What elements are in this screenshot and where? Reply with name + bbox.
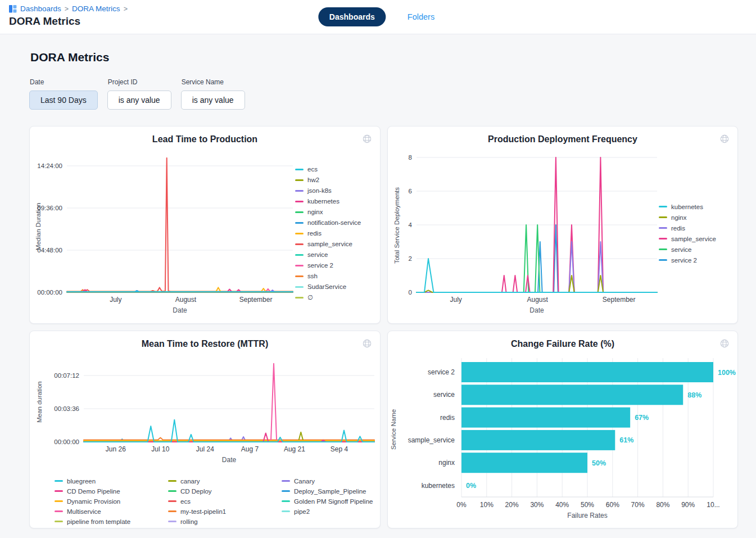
legend-item[interactable]: nginx xyxy=(659,213,737,221)
svg-text:4: 4 xyxy=(409,221,413,228)
legend-label: redis xyxy=(307,230,322,237)
globe-icon xyxy=(362,134,372,144)
legend-item[interactable]: SudarService xyxy=(295,283,380,291)
filter-bar: Date Last 90 Days Project ID is any valu… xyxy=(29,78,738,110)
legend-item[interactable]: rolling xyxy=(168,517,256,526)
legend-label: redis xyxy=(671,225,685,232)
legend-item[interactable]: redis xyxy=(295,229,380,238)
legend-item[interactable]: kubernetes xyxy=(659,202,737,211)
legend-item[interactable]: sample_service xyxy=(659,234,737,243)
legend-item[interactable]: Dynamic Provision xyxy=(55,497,142,505)
tab-folders[interactable]: Folders xyxy=(404,12,438,22)
svg-text:00:00:00: 00:00:00 xyxy=(37,289,62,296)
legend-item[interactable]: CD Demo Pipeline xyxy=(55,487,142,495)
legend-item[interactable]: my-test-pipelin1 xyxy=(168,507,256,516)
svg-text:kubernetes: kubernetes xyxy=(422,482,455,490)
legend-item[interactable]: CD Deploy xyxy=(168,487,256,495)
legend-label: service 2 xyxy=(307,262,333,269)
svg-text:8: 8 xyxy=(409,154,412,161)
dashboard-title: DORA Metrics xyxy=(30,51,738,64)
legend-swatch-icon xyxy=(295,275,304,277)
svg-text:Mean duration: Mean duration xyxy=(36,381,43,423)
svg-text:00:00:00: 00:00:00 xyxy=(54,438,79,445)
svg-text:July: July xyxy=(450,296,461,304)
legend-item[interactable]: ecs xyxy=(295,165,380,174)
legend-label: json-k8s xyxy=(307,187,332,194)
svg-text:61%: 61% xyxy=(619,436,633,444)
card-lead-time-header: Lead Time to Production xyxy=(30,126,380,148)
legend-label: CD Demo Pipeline xyxy=(67,488,120,495)
legend-item[interactable]: service xyxy=(295,251,380,259)
legend-item[interactable]: Multiservice xyxy=(55,507,142,516)
legend-item[interactable]: nginx xyxy=(295,208,380,216)
legend-label: pipeline from template xyxy=(67,518,130,525)
legend-item[interactable]: service xyxy=(659,245,737,254)
legend-item[interactable]: sample_service xyxy=(295,240,380,248)
svg-text:Date: Date xyxy=(173,306,187,314)
legend-item[interactable]: bluegreen xyxy=(55,477,142,485)
legend-swatch-icon xyxy=(55,490,63,492)
legend-swatch-icon xyxy=(55,480,63,482)
legend-label: ∅ xyxy=(307,293,313,301)
svg-text:Aug 7: Aug 7 xyxy=(241,445,259,453)
filter-service-name-label: Service Name xyxy=(182,78,245,86)
svg-text:August: August xyxy=(175,296,197,304)
filter-date-value[interactable]: Last 90 Days xyxy=(29,91,98,110)
svg-text:88%: 88% xyxy=(687,391,701,399)
breadcrumb-dora-metrics-link[interactable]: DORA Metrics xyxy=(72,4,120,13)
legend-item[interactable]: ecs xyxy=(168,497,256,505)
legend-item[interactable]: Golden PM Signoff Pipeline xyxy=(282,497,369,505)
legend-swatch-icon xyxy=(295,254,304,256)
legend-label: sample_service xyxy=(307,241,352,247)
svg-text:Jul 10: Jul 10 xyxy=(151,445,169,453)
svg-text:30%: 30% xyxy=(530,501,544,509)
tab-dashboards[interactable]: Dashboards xyxy=(318,7,386,26)
legend-swatch-icon xyxy=(659,227,667,229)
svg-text:90%: 90% xyxy=(681,501,695,509)
filter-date-label: Date xyxy=(30,78,98,86)
legend-swatch-icon xyxy=(295,222,304,224)
legend-swatch-icon xyxy=(282,480,290,482)
svg-text:July: July xyxy=(110,296,121,304)
card-mttr-header: Mean Time to Restore (MTTR) xyxy=(30,331,380,352)
legend-label: Golden PM Signoff Pipeline xyxy=(294,498,373,505)
filter-project-id-value[interactable]: is any value xyxy=(107,91,171,110)
legend-swatch-icon xyxy=(295,286,304,288)
legend-item[interactable]: service 2 xyxy=(295,261,380,270)
filter-project-id: Project ID is any value xyxy=(107,78,171,110)
legend-item[interactable]: canary xyxy=(168,477,256,485)
legend-item[interactable]: pipeline from template xyxy=(55,517,142,526)
svg-text:Total Service Deployments: Total Service Deployments xyxy=(393,187,400,264)
legend-item[interactable]: notification-service xyxy=(295,219,380,227)
legend-item[interactable]: redis xyxy=(659,224,737,232)
globe-icon xyxy=(719,134,730,144)
legend-item[interactable]: ∅ xyxy=(295,293,380,302)
legend-item[interactable]: json-k8s xyxy=(295,187,380,195)
legend-swatch-icon xyxy=(659,248,667,250)
charts-grid: Lead Time to Production 00:00:0004:48:00… xyxy=(29,126,738,528)
svg-text:10...: 10... xyxy=(707,501,719,509)
legend-item[interactable]: service 2 xyxy=(659,256,737,264)
legend-item[interactable]: ssh xyxy=(295,272,380,281)
legend-item[interactable]: Canary xyxy=(282,477,369,485)
legend-item[interactable]: kubernetes xyxy=(295,197,380,206)
legend-label: rolling xyxy=(180,518,198,525)
dashboard-grid-icon xyxy=(9,5,17,13)
filter-service-name-value[interactable]: is any value xyxy=(181,91,245,110)
svg-text:Jul 24: Jul 24 xyxy=(196,445,214,453)
legend-label: ecs xyxy=(307,166,318,173)
legend-swatch-icon xyxy=(282,510,290,512)
legend-label: notification-service xyxy=(307,219,361,226)
legend-item[interactable]: hw2 xyxy=(295,176,380,184)
legend-item[interactable]: Deploy_Sample_Pipeline xyxy=(282,487,369,495)
legend-label: kubernetes xyxy=(307,198,339,205)
chart-title-mttr: Mean Time to Restore (MTTR) xyxy=(30,339,380,349)
legend-item[interactable]: pipe2 xyxy=(282,507,369,516)
legend-label: hw2 xyxy=(307,177,319,183)
svg-text:Aug 21: Aug 21 xyxy=(284,445,305,453)
breadcrumb-dashboards-link[interactable]: Dashboards xyxy=(20,4,61,13)
deploy-frequency-chart-row: 02468JulyAugustSeptemberDateTotal Servic… xyxy=(388,148,737,319)
svg-text:80%: 80% xyxy=(656,501,669,509)
dashboard-content: DORA Metrics Date Last 90 Days Project I… xyxy=(0,51,756,528)
card-lead-time: Lead Time to Production 00:00:0004:48:00… xyxy=(29,126,381,324)
